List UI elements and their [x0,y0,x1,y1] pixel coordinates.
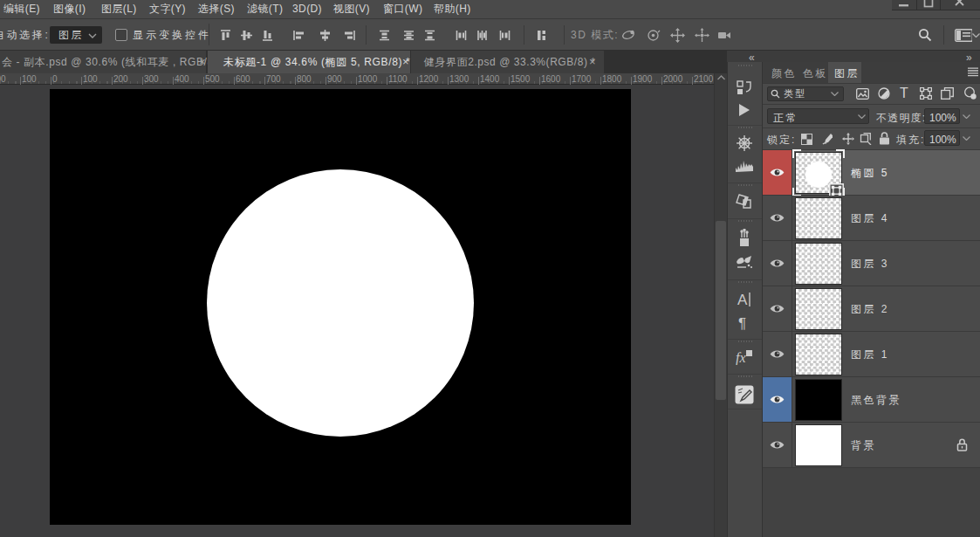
svg-text:A: A [737,292,748,307]
svg-text:¶: ¶ [738,315,746,330]
svg-text:fx: fx [736,350,746,365]
